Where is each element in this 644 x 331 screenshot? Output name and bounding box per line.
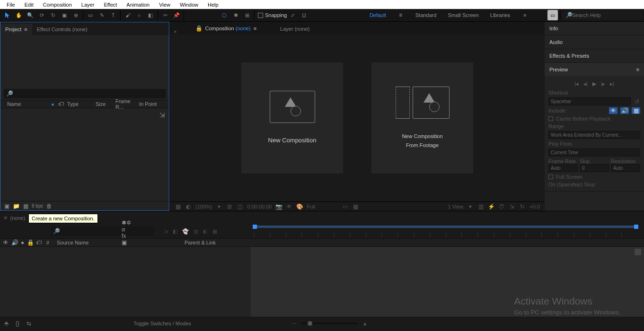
zoom-readout[interactable]: (100%) [195,204,212,209]
layer-list[interactable] [0,247,251,317]
new-folder-icon[interactable]: 📁 [13,203,19,209]
resolution-select[interactable]: Full [307,204,315,209]
snap-opt2-icon[interactable]: ⊡ [299,10,309,20]
pixel-aspect-icon[interactable]: ▥ [477,203,484,210]
time-readout[interactable]: 0:00:00:00 [247,204,272,209]
panel-audio[interactable]: Audio [545,35,644,49]
camera-tool-icon[interactable]: ▣ [59,10,70,20]
col-type[interactable]: Type [64,101,93,107]
world-axis-icon[interactable]: ✱ [230,10,241,20]
frame-blend-icon[interactable]: ▥ [194,228,198,235]
include-video-icon[interactable]: 👁 [609,107,618,114]
col-name[interactable]: Name [0,101,48,107]
tab-layer[interactable]: Layer (none) [275,23,314,35]
audio-col-icon[interactable]: 🔊 [11,239,18,246]
hand-tool-icon[interactable]: ✋ [14,10,24,20]
range-select[interactable]: Work Area Extended By Current... [548,131,640,139]
col-number[interactable]: # [44,239,54,246]
first-frame-icon[interactable]: |◂ [574,81,579,87]
solo-col-icon[interactable]: ● [21,239,24,246]
interpret-icon[interactable]: ▣ [3,203,10,209]
expand-handle-icon[interactable] [635,249,641,255]
project-item-list[interactable]: ⇲ [0,108,169,201]
menu-view[interactable]: View [154,0,175,9]
col-inpoint[interactable]: In Point [136,101,159,107]
timeline-icon[interactable]: ⏱ [498,203,505,210]
shortcut-select[interactable]: Spacebar [548,97,631,105]
menu-animation[interactable]: Animation [122,0,154,9]
color-mgmt-icon[interactable]: 🎨 [296,203,303,210]
view-axis-icon[interactable]: ⊞ [242,10,252,20]
flowchart-icon[interactable]: ⇲ [509,203,515,210]
snap-opt1-icon[interactable]: ⤢ [288,10,298,20]
roto-tool-icon[interactable]: ✑ [160,10,170,20]
panel-effects-presets[interactable]: Effects & Presets [545,49,644,62]
new-composition-button[interactable]: New Composition [241,62,343,174]
mask-icon[interactable]: ◐ [185,203,192,210]
workspace-libraries[interactable]: Libraries [490,12,510,18]
reset-exposure-icon[interactable]: ↻ [519,203,526,210]
project-search[interactable]: 🔎 [3,89,166,98]
last-frame-icon[interactable]: ▸| [610,81,614,87]
menu-file[interactable]: File [2,0,20,9]
search-help[interactable]: 🔎 [562,10,642,20]
toggle-switches-icon[interactable]: ⬘ [3,320,9,327]
workspace-small[interactable]: Small Screen [448,12,478,18]
tab-project[interactable]: Project ≡ [0,24,32,35]
shy-icon[interactable]: 👻 [182,228,189,235]
sort-icon[interactable]: ▲ [48,102,58,106]
menu-layer[interactable]: Layer [77,0,99,9]
cache-checkbox[interactable]: Cache Before Playback [548,116,640,122]
snapshot-icon[interactable]: 📷 [275,203,282,210]
flowchart-icon[interactable]: ⇲ [159,111,165,119]
panel-toggle-icon[interactable]: ▭ [547,10,558,20]
lock-icon[interactable]: 🔒 [195,25,202,32]
label-col-icon[interactable]: 🏷 [36,239,42,246]
rotate-tool-icon[interactable]: ↻ [48,10,58,20]
clone-tool-icon[interactable]: ⟐ [134,10,144,20]
time-ruler[interactable] [251,224,644,238]
workspace-default[interactable]: Default [370,12,386,18]
next-frame-icon[interactable]: |▸ [601,81,605,87]
workspace-standard[interactable]: Standard [415,12,437,18]
include-audio-icon[interactable]: 🔊 [620,107,629,114]
eraser-tool-icon[interactable]: ◧ [145,10,156,20]
video-col-icon[interactable]: 👁 [3,239,9,246]
puppet-tool-icon[interactable]: 📌 [171,10,182,20]
col-parent-link[interactable]: Parent & Link [182,239,248,246]
workspace-overflow-icon[interactable]: » [521,12,528,18]
show-snapshot-icon[interactable]: 👁 [286,203,292,210]
new-composition-from-footage-button[interactable]: New CompositionFrom Footage [371,62,473,174]
menu-edit[interactable]: Edit [20,0,38,9]
close-tab-icon[interactable]: × [174,29,176,35]
menu-composition[interactable]: Composition [38,0,77,9]
resolution-icon[interactable]: ▾ [216,203,222,210]
prev-frame-icon[interactable]: ◂| [583,81,588,87]
switches-icon[interactable]: ✱✲ ⧄ fx ▣ ◐ ◑ ⬡ [123,239,130,246]
close-tab-icon[interactable]: × [4,214,8,221]
snapping-toggle[interactable]: Snapping [258,12,287,18]
orbit-tool-icon[interactable]: ⟳ [36,10,47,20]
new-comp-icon[interactable]: ▦ [22,203,29,209]
rectangle-tool-icon[interactable]: ▭ [85,10,96,20]
graph-editor-icon[interactable]: ▦ [212,228,217,235]
playfrom-select[interactable]: Current Time [548,148,640,157]
region-icon[interactable]: ▭ [342,203,348,210]
menu-window[interactable]: Window [175,0,203,9]
alpha-icon[interactable]: ▦ [175,203,181,210]
motion-blur-icon[interactable]: ◐ [203,228,208,235]
transfer-icon[interactable]: ⇆ [26,320,32,327]
timeline-track-area[interactable] [251,247,644,317]
panel-menu-icon[interactable]: ≡ [636,67,639,72]
col-size[interactable]: Size [93,101,113,107]
transparency-icon[interactable]: ▦ [352,203,359,210]
panel-preview[interactable]: Preview≡ [545,63,644,76]
guides-icon[interactable]: ◫ [237,203,243,210]
framerate-select[interactable]: Auto [548,164,578,172]
comp-mini-flow-icon[interactable]: ⇲ [164,228,168,235]
local-axis-icon[interactable]: ⬡ [219,10,229,20]
play-icon[interactable]: ▶ [592,81,596,87]
zoom-slider[interactable] [301,322,358,324]
menu-help[interactable]: Help [203,0,223,9]
timeline-tab[interactable]: (none) [10,215,26,221]
